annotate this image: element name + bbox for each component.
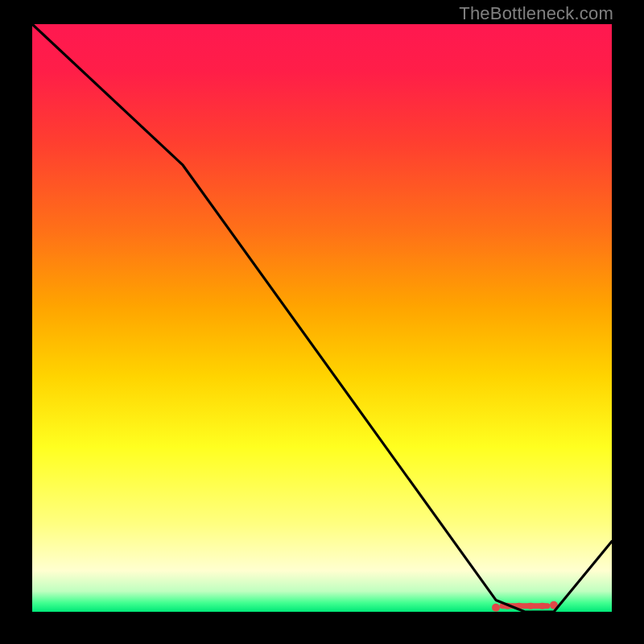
svg-point-6 bbox=[539, 603, 547, 609]
watermark-text: TheBottleneck.com bbox=[459, 3, 613, 24]
svg-point-5 bbox=[526, 603, 535, 609]
gradient-background bbox=[32, 24, 612, 612]
bottleneck-chart bbox=[32, 24, 612, 612]
chart-frame: TheBottleneck.com bbox=[0, 0, 644, 644]
svg-point-1 bbox=[492, 604, 500, 612]
